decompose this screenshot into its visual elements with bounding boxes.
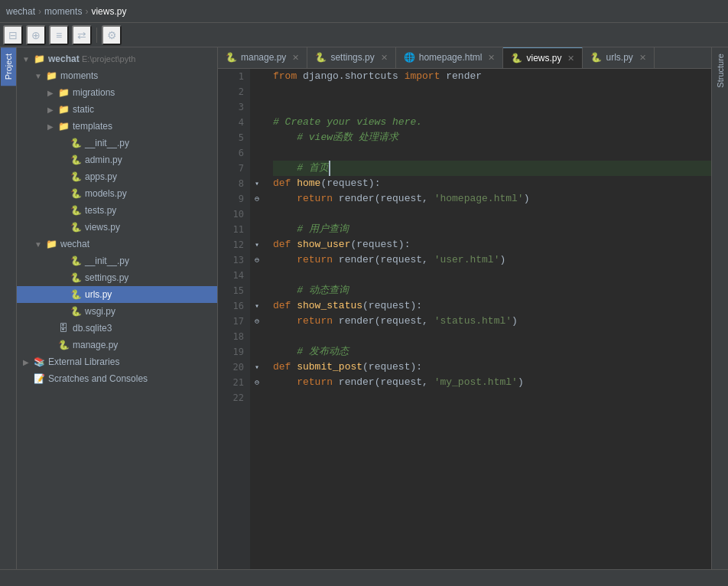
code-line-22 (273, 390, 711, 405)
code-line-21: return render(request, 'my_post.html') (273, 375, 711, 390)
tree-item-wsgi-py[interactable]: 🐍 wsgi.py (17, 303, 217, 320)
gutter-fold-17[interactable]: ⊖ (250, 314, 264, 329)
arrow-icon: ▶ (44, 122, 57, 131)
toolbar-list-btn[interactable]: ≡ (49, 25, 69, 45)
code-line-2 (273, 84, 711, 99)
tree-item-moments[interactable]: ▼ 📁 moments (17, 67, 217, 84)
code-line-7: # 首页 (273, 161, 711, 176)
tree-label: wsgi.py (85, 306, 217, 317)
tree-item-migrations[interactable]: ▶ 📁 migrations (17, 84, 217, 101)
tab-manage[interactable]: 🐍 manage.py ✕ (218, 47, 307, 68)
gutter-19 (250, 344, 264, 360)
tree-item-tests-py[interactable]: 🐍 tests.py (17, 202, 217, 219)
tree-item-urls-py[interactable]: 🐍 urls.py (17, 286, 217, 303)
tree-item-models-py[interactable]: 🐍 models.py (17, 185, 217, 202)
code-line-13: return render(request, 'user.html') (273, 252, 711, 268)
tree-item-wechat-sub[interactable]: ▼ 📁 wechat (17, 236, 217, 252)
tab-settings[interactable]: 🐍 settings.py ✕ (307, 47, 395, 68)
line-num-22: 22 (218, 390, 244, 405)
breadcrumb-moments[interactable]: moments (44, 6, 82, 17)
python-file-icon: 🐍 (69, 188, 83, 199)
code-line-9: return render(request, 'homepage.html') (273, 191, 711, 207)
tab-homepage[interactable]: 🌐 homepage.html ✕ (396, 47, 504, 68)
tab-homepage-close[interactable]: ✕ (488, 53, 495, 63)
python-file-icon: 🐍 (69, 171, 83, 182)
toolbar-collapse-btn[interactable]: ⊟ (3, 25, 23, 45)
right-tab-panel: Structure (711, 47, 728, 569)
python-file-icon: 🐍 (69, 256, 83, 266)
toolbar-new-btn[interactable]: ⊕ (26, 25, 46, 45)
tree-item-db-sqlite3[interactable]: 🗄 db.sqlite3 (17, 320, 217, 337)
gutter-fold-20[interactable]: ▾ (250, 360, 264, 375)
line-num-12: 12 (218, 237, 244, 252)
code-line-6 (273, 145, 711, 161)
python-file-icon: 🐍 (69, 205, 83, 216)
code-line-4: # Create your views here. (273, 115, 711, 130)
tab-settings-close[interactable]: ✕ (381, 53, 388, 63)
gutter-fold-16[interactable]: ▾ (250, 298, 264, 314)
tab-views[interactable]: 🐍 views.py ✕ (503, 47, 583, 68)
tab-homepage-icon: 🌐 (404, 52, 415, 63)
tree-label: Scratches and Consoles (48, 373, 217, 384)
line-num-7: 7 (218, 161, 244, 176)
tree-item-external-libs[interactable]: ▶ 📚 External Libraries (17, 353, 217, 370)
python-file-icon: 🐍 (69, 138, 83, 148)
tree-item-scratches[interactable]: 📝 Scratches and Consoles (17, 370, 217, 387)
folder-icon: 📁 (57, 121, 70, 132)
gutter-fold-13[interactable]: ⊖ (250, 252, 264, 268)
gutter-15 (250, 283, 264, 298)
tree-item-settings-py[interactable]: 🐍 settings.py (17, 269, 217, 286)
editor-body[interactable]: 1 2 3 4 5 6 7 8 9 10 11 12 13 14 15 16 1… (218, 69, 711, 569)
line-num-20: 20 (218, 360, 244, 375)
tree-label: wechat (60, 239, 217, 249)
code-line-14 (273, 268, 711, 283)
breadcrumb-file[interactable]: views.py (91, 6, 126, 17)
tree-item-wechat-init-py[interactable]: 🐍 __init__.py (17, 252, 217, 269)
line-num-19: 19 (218, 344, 244, 360)
gutter-6 (250, 145, 264, 161)
gutter-fold-8[interactable]: ▾ (250, 176, 264, 191)
tree-item-admin-py[interactable]: 🐍 admin.py (17, 151, 217, 168)
sidebar: ▼ 📁 wechat E:\project\pyth ▼ 📁 moments ▶… (17, 47, 218, 569)
tree-label: templates (73, 121, 217, 132)
toolbar-settings-btn[interactable]: ⚙ (102, 25, 122, 45)
project-tab[interactable]: Project (1, 47, 16, 86)
line-num-3: 3 (218, 99, 244, 115)
tab-manage-icon: 🐍 (226, 52, 237, 63)
line-num-21: 21 (218, 375, 244, 390)
tab-urls-close[interactable]: ✕ (639, 53, 646, 63)
python-file-icon: 🐍 (69, 306, 83, 317)
tree-label: __init__.py (85, 256, 217, 266)
tree-label: settings.py (85, 272, 217, 283)
tab-manage-close[interactable]: ✕ (292, 53, 299, 63)
tree-label: admin.py (85, 155, 217, 165)
tree-item-wechat-root[interactable]: ▼ 📁 wechat E:\project\pyth (17, 50, 217, 67)
tree-item-init-py[interactable]: 🐍 __init__.py (17, 135, 217, 151)
tree-item-manage-py[interactable]: 🐍 manage.py (17, 337, 217, 353)
tree-item-static[interactable]: ▶ 📁 static (17, 101, 217, 118)
structure-tab[interactable]: Structure (713, 47, 728, 94)
tree-item-apps-py[interactable]: 🐍 apps.py (17, 168, 217, 185)
line-numbers: 1 2 3 4 5 6 7 8 9 10 11 12 13 14 15 16 1… (218, 69, 250, 569)
tree-item-templates[interactable]: ▶ 📁 templates (17, 118, 217, 135)
code-content[interactable]: from django.shortcuts import render # Cr… (264, 69, 711, 569)
toolbar-sort-btn[interactable]: ⇄ (72, 25, 92, 45)
editor-tabs: 🐍 manage.py ✕ 🐍 settings.py ✕ 🌐 homepage… (218, 47, 711, 69)
breadcrumb-wechat[interactable]: wechat (6, 6, 35, 17)
left-tab-panel: Project (0, 47, 17, 569)
gutter-fold-21[interactable]: ⊖ (250, 375, 264, 390)
arrow-icon: ▼ (32, 240, 44, 249)
tab-urls[interactable]: 🐍 urls.py ✕ (583, 47, 654, 68)
folder-icon: 📁 (32, 54, 46, 64)
gutter-4 (250, 115, 264, 130)
folder-icon: 📁 (44, 239, 58, 249)
tab-manage-label: manage.py (241, 52, 286, 63)
tree-item-views-py[interactable]: 🐍 views.py (17, 219, 217, 236)
gutter-fold-9[interactable]: ⊖ (250, 191, 264, 207)
line-num-17: 17 (218, 314, 244, 329)
tab-views-close[interactable]: ✕ (567, 54, 574, 63)
line-num-13: 13 (218, 252, 244, 268)
gutter-fold-12[interactable]: ▾ (250, 237, 264, 252)
arrow-icon: ▼ (32, 72, 44, 80)
arrow-icon: ▼ (20, 55, 32, 63)
